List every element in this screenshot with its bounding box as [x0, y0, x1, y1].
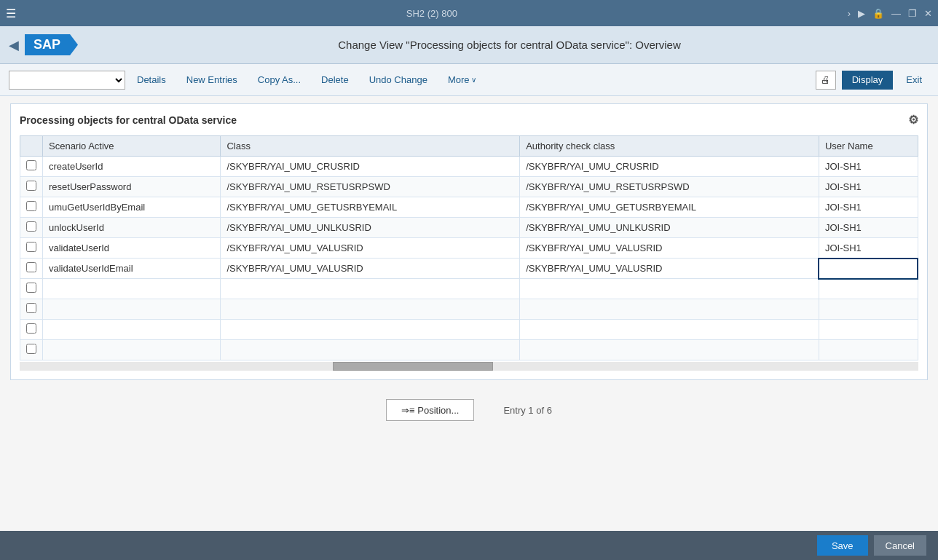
- row-class: /SKYBFR/YAI_UMU_VALUSRID: [221, 259, 520, 279]
- row-checkbox-cell: [20, 238, 43, 259]
- row-authority-class: /SKYBFR/YAI_UMU_CRUSRID: [520, 157, 819, 177]
- table-row[interactable]: validateUserIdEmail/SKYBFR/YAI_UMU_VALUS…: [20, 259, 918, 279]
- main-content: Processing objects for central OData ser…: [10, 103, 928, 380]
- print-button[interactable]: 🖨: [816, 71, 836, 90]
- h-scrollbar-thumb[interactable]: [333, 362, 493, 371]
- toolbar-right: 🖨 Display Exit: [816, 71, 929, 90]
- table-row[interactable]: createUserId/SKYBFR/YAI_UMU_CRUSRID/SKYB…: [20, 157, 918, 177]
- restore-btn[interactable]: ❐: [908, 8, 917, 19]
- minimize-btn[interactable]: —: [891, 8, 901, 19]
- col-header-authority-class: Authority check class: [520, 136, 819, 157]
- row-checkbox-cell: [20, 177, 43, 197]
- row-scenario: validateUserId: [43, 238, 221, 259]
- row-class: /SKYBFR/YAI_UMU_UNLKUSRID: [221, 218, 520, 238]
- row-scenario: resetUserPassword: [43, 177, 221, 197]
- row-checkbox-cell: [20, 259, 43, 279]
- row-username[interactable]: JOI-SH1: [819, 259, 918, 279]
- table-row[interactable]: unlockUserId/SKYBFR/YAI_UMU_UNLKUSRID/SK…: [20, 218, 918, 238]
- table-header: Scenario Active Class Authority check cl…: [20, 136, 918, 157]
- exit-button[interactable]: Exit: [899, 71, 929, 90]
- position-button[interactable]: ⇒≡ Position...: [386, 399, 474, 421]
- display-button[interactable]: Display: [842, 71, 894, 90]
- footer: Save Cancel: [0, 531, 938, 560]
- table-row[interactable]: umuGetUserIdByEmail/SKYBFR/YAI_UMU_GETUS…: [20, 197, 918, 218]
- details-button[interactable]: Details: [128, 71, 175, 90]
- row-username[interactable]: JOI-SH1: [819, 177, 918, 197]
- undo-change-button[interactable]: Undo Change: [360, 71, 436, 90]
- row-class: /SKYBFR/YAI_UMU_GETUSRBYEMAIL: [221, 197, 520, 218]
- page-title: Change View "Processing objects for cent…: [90, 39, 929, 51]
- row-checkbox-empty[interactable]: [26, 303, 36, 313]
- row-checkbox-empty[interactable]: [26, 323, 36, 334]
- row-checkbox-empty[interactable]: [26, 283, 36, 293]
- row-scenario: validateUserIdEmail: [43, 259, 221, 279]
- new-entries-button[interactable]: New Entries: [178, 71, 246, 90]
- entry-info: Entry 1 of 6: [503, 405, 551, 416]
- table-row-empty: [20, 320, 918, 340]
- row-username[interactable]: JOI-SH1: [819, 218, 918, 238]
- chevron-down-icon: ∨: [471, 76, 476, 84]
- horizontal-scrollbar[interactable]: [20, 362, 918, 371]
- sap-logo: SAP: [25, 34, 78, 55]
- lock-icon[interactable]: 🔒: [872, 8, 884, 19]
- title-bar-left: ☰: [6, 7, 16, 20]
- section-title-text: Processing objects for central OData ser…: [20, 114, 237, 126]
- section-title-bar: Processing objects for central OData ser…: [20, 113, 918, 127]
- row-checkbox[interactable]: [26, 221, 36, 232]
- row-class: /SKYBFR/YAI_UMU_RSETUSRPSWD: [221, 177, 520, 197]
- save-button[interactable]: Save: [817, 535, 868, 556]
- row-checkbox[interactable]: [26, 160, 36, 170]
- col-header-username: User Name: [819, 136, 918, 157]
- bottom-area: ⇒≡ Position... Entry 1 of 6: [0, 387, 938, 433]
- row-authority-class: /SKYBFR/YAI_UMU_RSETUSRPSWD: [520, 177, 819, 197]
- title-bar: ☰ SH2 (2) 800 › ▶ 🔒 — ❐ ✕: [0, 0, 938, 26]
- row-checkbox[interactable]: [26, 262, 36, 272]
- row-username[interactable]: JOI-SH1: [819, 238, 918, 259]
- row-checkbox-cell: [20, 157, 43, 177]
- row-scenario: umuGetUserIdByEmail: [43, 197, 221, 218]
- delete-button[interactable]: Delete: [312, 71, 358, 90]
- row-checkbox[interactable]: [26, 242, 36, 252]
- row-checkbox-cell: [20, 197, 43, 218]
- table-body: createUserId/SKYBFR/YAI_UMU_CRUSRID/SKYB…: [20, 157, 918, 360]
- forward-icon[interactable]: ›: [848, 8, 851, 19]
- row-authority-class: /SKYBFR/YAI_UMU_GETUSRBYEMAIL: [520, 197, 819, 218]
- system-info: SH2 (2) 800: [406, 8, 457, 19]
- table-row-empty: [20, 340, 918, 360]
- data-table: Scenario Active Class Authority check cl…: [20, 135, 918, 360]
- settings-icon[interactable]: ⚙: [908, 113, 918, 127]
- row-checkbox[interactable]: [26, 181, 36, 191]
- back-button[interactable]: ◀: [9, 37, 19, 53]
- row-authority-class: /SKYBFR/YAI_UMU_VALUSRID: [520, 259, 819, 279]
- toolbar: Details New Entries Copy As... Delete Un…: [0, 64, 938, 96]
- table-row-empty: [20, 279, 918, 299]
- col-header-class: Class: [221, 136, 520, 157]
- row-class: /SKYBFR/YAI_UMU_VALUSRID: [221, 238, 520, 259]
- printer-icon: 🖨: [821, 74, 830, 85]
- cancel-button[interactable]: Cancel: [874, 535, 926, 556]
- row-authority-class: /SKYBFR/YAI_UMU_UNLKUSRID: [520, 218, 819, 238]
- table-row[interactable]: resetUserPassword/SKYBFR/YAI_UMU_RSETUSR…: [20, 177, 918, 197]
- col-header-scenario: Scenario Active: [43, 136, 221, 157]
- more-button[interactable]: More ∨: [439, 71, 485, 90]
- close-btn[interactable]: ✕: [924, 8, 932, 19]
- hamburger-icon[interactable]: ☰: [6, 7, 16, 20]
- row-username[interactable]: JOI-SH1: [819, 157, 918, 177]
- col-header-checkbox: [20, 136, 43, 157]
- table-row[interactable]: validateUserId/SKYBFR/YAI_UMU_VALUSRID/S…: [20, 238, 918, 259]
- header-bar: ◀ SAP Change View "Processing objects fo…: [0, 26, 938, 64]
- play-icon[interactable]: ▶: [858, 8, 865, 19]
- row-scenario: createUserId: [43, 157, 221, 177]
- title-bar-controls: › ▶ 🔒 — ❐ ✕: [848, 8, 932, 19]
- row-checkbox[interactable]: [26, 201, 36, 211]
- row-checkbox-cell: [20, 218, 43, 238]
- row-authority-class: /SKYBFR/YAI_UMU_VALUSRID: [520, 238, 819, 259]
- toolbar-select[interactable]: [9, 71, 125, 90]
- table-row-empty: [20, 299, 918, 320]
- copy-as-button[interactable]: Copy As...: [249, 71, 310, 90]
- row-scenario: unlockUserId: [43, 218, 221, 238]
- table-wrapper: Scenario Active Class Authority check cl…: [20, 135, 918, 371]
- row-checkbox-empty[interactable]: [26, 344, 36, 354]
- row-username[interactable]: JOI-SH1: [819, 197, 918, 218]
- row-class: /SKYBFR/YAI_UMU_CRUSRID: [221, 157, 520, 177]
